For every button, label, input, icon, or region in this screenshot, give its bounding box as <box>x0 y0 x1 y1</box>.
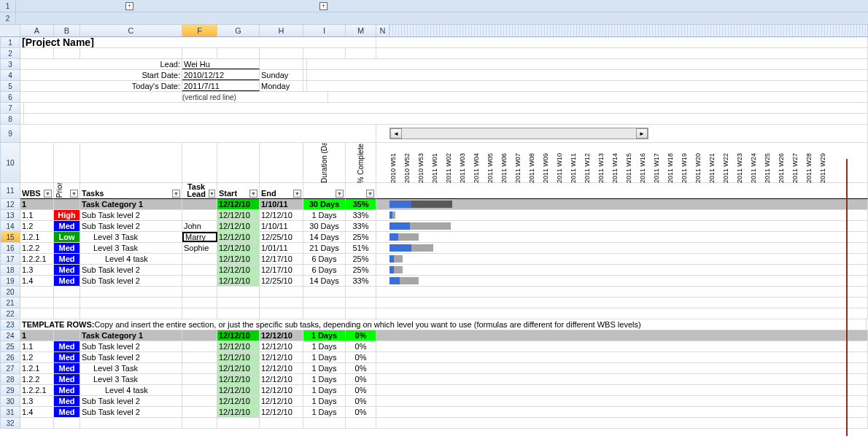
start-cell[interactable]: 12/12/10 <box>217 352 260 362</box>
info-value[interactable]: 2010/12/12 <box>182 70 260 80</box>
cell[interactable] <box>346 287 376 297</box>
info-day[interactable]: Sunday <box>260 70 303 80</box>
info-value[interactable]: 2011/7/11 <box>182 81 260 91</box>
cell[interactable] <box>260 308 303 319</box>
row-head-1[interactable]: 1 <box>0 37 20 48</box>
priority-cell[interactable]: Med <box>54 254 80 264</box>
cell[interactable] <box>80 143 182 183</box>
duration-cell[interactable]: 6 Days <box>303 254 346 264</box>
duration-cell[interactable]: 21 Days <box>303 243 346 253</box>
pct-cell[interactable]: 0% <box>346 385 376 395</box>
wbs-cell[interactable]: 1.3 <box>20 265 54 275</box>
col-H[interactable]: H <box>260 25 303 36</box>
task-cell[interactable]: Sub Task level 2 <box>80 265 182 275</box>
cell[interactable] <box>20 125 376 142</box>
wbs-cell[interactable]: 1.4 <box>20 407 54 417</box>
header-wbs[interactable]: WBS▼ <box>20 183 54 199</box>
task-cell[interactable]: Sub Task level 2 <box>80 276 182 286</box>
col-G[interactable]: G <box>217 25 260 36</box>
lead-cell[interactable] <box>182 210 217 220</box>
cell[interactable] <box>20 287 54 297</box>
row-head-2[interactable]: 2 <box>0 48 20 59</box>
cell[interactable] <box>80 287 182 297</box>
row-head-23[interactable]: 23 <box>0 319 20 330</box>
pct-cell[interactable]: 33% <box>346 276 376 286</box>
row-head-4[interactable]: 4 <box>0 70 20 81</box>
row-head-25[interactable]: 25 <box>0 341 20 352</box>
filter-dropdown-icon[interactable]: ▼ <box>336 190 344 198</box>
cell[interactable] <box>80 48 182 58</box>
outline-expand-2[interactable]: + <box>319 2 328 10</box>
lead-cell[interactable] <box>182 199 217 209</box>
cell[interactable] <box>217 143 260 183</box>
cell[interactable] <box>303 418 346 428</box>
end-cell[interactable]: 12/12/10 <box>260 210 303 220</box>
priority-cell[interactable]: Med <box>54 363 80 373</box>
cell[interactable] <box>260 418 303 428</box>
pct-cell[interactable]: 0% <box>346 352 376 362</box>
pct-cell[interactable]: 0% <box>346 396 376 406</box>
start-cell[interactable]: 12/12/10 <box>217 341 260 351</box>
pct-cell[interactable]: 25% <box>346 254 376 264</box>
start-cell[interactable]: 12/12/10 <box>217 265 260 275</box>
wbs-cell[interactable]: 1.2.1 <box>20 363 54 373</box>
end-cell[interactable]: 12/12/10 <box>260 352 303 362</box>
start-cell[interactable]: 12/12/10 <box>217 254 260 264</box>
priority-cell[interactable] <box>54 199 80 209</box>
lead-cell[interactable] <box>182 254 217 264</box>
gantt-scrollbar[interactable]: ◄► <box>390 128 648 139</box>
cell[interactable] <box>303 298 346 308</box>
pct-cell[interactable]: 0% <box>346 330 376 341</box>
cell[interactable]: ▼ <box>346 183 376 199</box>
filter-dropdown-icon[interactable]: ▼ <box>70 190 78 198</box>
cell[interactable] <box>182 298 217 308</box>
wbs-cell[interactable]: 1.2.2 <box>20 243 54 253</box>
wbs-cell[interactable]: 1 <box>20 199 54 209</box>
task-cell[interactable]: Task Category 1 <box>80 330 182 341</box>
row-head-14[interactable]: 14 <box>0 221 20 232</box>
end-cell[interactable]: 12/12/10 <box>260 363 303 373</box>
priority-cell[interactable]: Med <box>54 374 80 384</box>
header-start[interactable]: Start▼ <box>217 183 260 199</box>
start-cell[interactable]: 12/12/10 <box>217 243 260 253</box>
filter-dropdown-icon[interactable]: ▼ <box>44 190 52 198</box>
pct-cell[interactable]: 0% <box>346 407 376 417</box>
cell[interactable] <box>54 298 80 308</box>
pct-cell[interactable]: 33% <box>346 210 376 220</box>
filter-dropdown-icon[interactable]: ▼ <box>249 190 257 198</box>
row-head-30[interactable]: 30 <box>0 396 20 407</box>
cell[interactable] <box>182 418 217 428</box>
row-head-11[interactable]: 11 <box>0 183 20 199</box>
lead-cell[interactable] <box>182 276 217 286</box>
row-head-7[interactable]: 7 <box>0 103 20 114</box>
cell[interactable] <box>346 418 376 428</box>
task-cell[interactable]: Level 3 Task <box>80 232 182 242</box>
end-cell[interactable]: 12/12/10 <box>260 330 303 341</box>
cell[interactable] <box>303 48 346 58</box>
wbs-cell[interactable]: 1.2.1 <box>20 232 54 242</box>
lead-cell[interactable] <box>182 352 217 362</box>
col-N[interactable]: N <box>376 25 390 36</box>
cell[interactable] <box>20 308 54 319</box>
wbs-cell[interactable]: 1.1 <box>20 210 54 220</box>
spreadsheet-grid[interactable]: [Project Name]Lead:Wei HuStart Date:2010… <box>20 37 868 429</box>
duration-cell[interactable]: 1 Days <box>303 341 346 351</box>
duration-cell[interactable]: 1 Days <box>303 396 346 406</box>
priority-cell[interactable]: Med <box>54 385 80 395</box>
row-head-10[interactable]: 10 <box>0 143 20 183</box>
row-head-17[interactable]: 17 <box>0 254 20 265</box>
task-cell[interactable]: Sub Task level 2 <box>80 352 182 362</box>
outline-level-2[interactable]: 2 <box>0 12 16 24</box>
lead-cell[interactable] <box>182 407 217 417</box>
duration-cell[interactable]: 1 Days <box>303 385 346 395</box>
row-head-13[interactable]: 13 <box>0 210 20 221</box>
lead-cell[interactable] <box>182 385 217 395</box>
cell[interactable] <box>54 418 80 428</box>
row-head-29[interactable]: 29 <box>0 385 20 396</box>
task-cell[interactable]: Sub Task level 2 <box>80 341 182 351</box>
duration-cell[interactable]: 14 Days <box>303 276 346 286</box>
priority-cell[interactable]: Med <box>54 407 80 417</box>
start-cell[interactable]: 12/12/10 <box>217 210 260 220</box>
start-cell[interactable]: 12/12/10 <box>217 330 260 341</box>
wbs-cell[interactable]: 1.3 <box>20 396 54 406</box>
